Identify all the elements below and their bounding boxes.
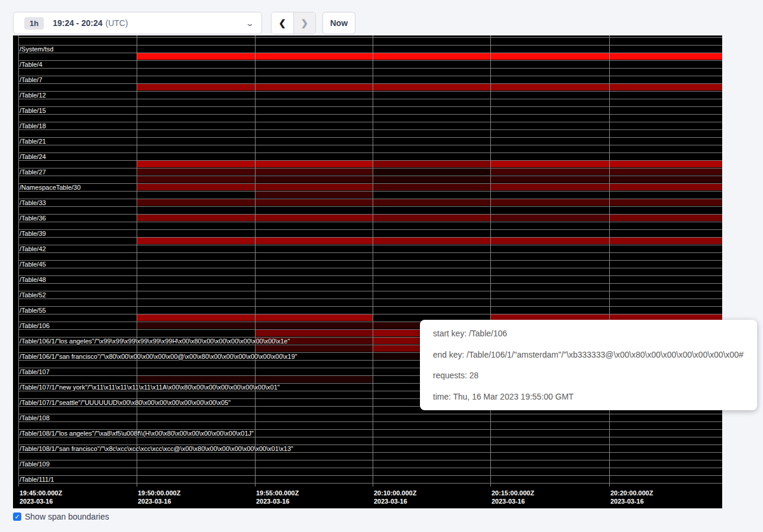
tooltip-start-key: start key: /Table/106 [433, 327, 744, 339]
heatmap-cell[interactable] [255, 168, 373, 175]
heatmap-cell[interactable] [373, 199, 490, 206]
heatmap-cell[interactable] [255, 376, 373, 382]
heatmap-cell[interactable] [373, 161, 490, 167]
heatmap-cell[interactable] [255, 322, 373, 329]
heatmap-cell[interactable] [490, 215, 609, 221]
span-label: /Table/52 [20, 291, 46, 299]
heatmap-cell[interactable] [255, 53, 373, 60]
heatmap-cell[interactable] [373, 168, 490, 175]
heatmap-cell[interactable] [609, 238, 722, 244]
heatmap-cell[interactable] [609, 84, 722, 90]
span-label: /Table/39 [20, 230, 46, 237]
span-label: /Table/33 [20, 199, 46, 206]
axis-tick-label: 19:45:00.000Z2023-03-16 [20, 489, 62, 505]
heatmap-cell[interactable] [255, 199, 373, 206]
span-label: /Table/108/1/"san francisco"/"\x8c\xcc\x… [20, 445, 293, 452]
axis-tick-label: 19:50:00.000Z2023-03-16 [138, 489, 180, 505]
heatmap-cell[interactable] [137, 84, 255, 90]
axis-tick-label: 20:10:00.000Z2023-03-16 [374, 489, 416, 505]
span-label: /System/tsd [20, 46, 53, 53]
span-label: /Table/48 [20, 276, 46, 283]
heatmap-cell[interactable] [137, 238, 255, 244]
heatmap-cell[interactable] [609, 168, 722, 175]
heatmap-cell[interactable] [255, 192, 373, 198]
span-label: /Table/42 [20, 245, 46, 252]
now-button[interactable]: Now [322, 12, 355, 34]
span-label: /Table/107/1/"seattle"/"UUUUUUD\x00\x80\… [20, 399, 231, 406]
heatmap-cell[interactable] [255, 184, 373, 190]
span-label: /Table/18 [20, 122, 46, 129]
span-label: /Table/7 [20, 76, 43, 83]
tooltip-requests: requests: 28 [433, 369, 744, 381]
heatmap-cell[interactable] [373, 84, 490, 90]
heatmap-cell[interactable] [137, 184, 255, 190]
heatmap-cell[interactable] [490, 84, 609, 90]
span-label: /Table/106/1/"los angeles"/"\x99\x99\x99… [20, 338, 290, 345]
heatmap-cell[interactable] [490, 238, 609, 244]
span-label: /Table/12 [20, 92, 46, 99]
heatmap-cell[interactable] [373, 215, 490, 221]
heatmap-cell[interactable] [255, 345, 373, 352]
heatmap-cell[interactable] [490, 168, 609, 175]
heatmap-cell[interactable] [373, 184, 490, 190]
heatmap-cell[interactable] [609, 53, 722, 60]
time-range-dropdown[interactable]: 1h 19:24 - 20:24 (UTC) ⌄ [13, 12, 262, 34]
axis-tick-label: 19:55:00.000Z2023-03-16 [256, 489, 299, 505]
heatmap-cell[interactable] [609, 161, 722, 167]
heatmap-cell[interactable] [137, 314, 255, 321]
heatmap-cell[interactable] [137, 376, 255, 382]
span-tooltip: start key: /Table/106 end key: /Table/10… [420, 320, 757, 410]
span-label: /Table/36 [20, 215, 46, 222]
heatmap-cell[interactable] [137, 161, 255, 167]
heatmap-cell[interactable] [255, 84, 373, 90]
heatmap-cell[interactable] [609, 184, 722, 190]
previous-range-button[interactable]: ❮ [271, 12, 294, 34]
heatmap-cell[interactable] [137, 199, 255, 206]
next-range-button-disabled[interactable]: ❯ [294, 12, 316, 34]
time-axis: 19:45:00.000Z2023-03-1619:50:00.000Z2023… [13, 486, 722, 508]
heatmap-cell[interactable] [490, 176, 609, 183]
time-gridline [373, 35, 373, 486]
show-span-boundaries-checkbox[interactable]: ✓ [13, 512, 21, 521]
heatmap-cell[interactable] [490, 199, 609, 206]
heatmap-cell[interactable] [137, 168, 255, 175]
heatmap-cell[interactable] [609, 215, 722, 221]
heatmap-cell[interactable] [255, 330, 373, 336]
heatmap-cell[interactable] [137, 176, 255, 183]
tooltip-time: time: Thu, 16 Mar 2023 19:55:00 GMT [433, 391, 744, 403]
toolbar: 1h 19:24 - 20:24 (UTC) ⌄ ❮ ❯ Now [0, 0, 763, 35]
time-gridline [609, 35, 610, 486]
span-label: /Table/111/1 [20, 476, 54, 483]
heatmap-cell[interactable] [609, 199, 722, 206]
heatmap-cell[interactable] [373, 238, 490, 244]
span-label: /Table/108 [20, 414, 50, 421]
time-gridline [18, 35, 19, 486]
heatmap-cell[interactable] [255, 238, 373, 244]
time-range-duration-badge: 1h [24, 17, 44, 30]
heatmap-cell[interactable] [373, 53, 490, 60]
heatmap-cell[interactable] [137, 215, 255, 221]
heatmap-cell[interactable] [255, 314, 373, 321]
heatmap-cell[interactable] [255, 176, 373, 183]
heatmap-cell[interactable] [255, 215, 373, 221]
heatmap-cell[interactable] [255, 161, 373, 167]
tooltip-end-key: end key: /Table/106/1/"amsterdam"/"\xb33… [433, 349, 744, 361]
span-boundary-lines [18, 37, 722, 484]
time-nav-button-group: ❮ ❯ [271, 12, 316, 34]
span-label: /Table/107/1/"new york"/"\x11\x11\x11\x1… [20, 384, 280, 391]
heatmap-cell[interactable] [609, 176, 722, 183]
heatmap-cell[interactable] [255, 338, 373, 344]
span-label: /Table/108/1/"los angeles"/"\xa8\xf5\u00… [20, 430, 254, 437]
time-gridline [490, 35, 491, 486]
heatmap-cell[interactable] [137, 53, 255, 60]
heatmap-cell[interactable] [490, 184, 609, 190]
heatmap-cell[interactable] [373, 176, 490, 183]
heatmap-cell[interactable] [490, 161, 609, 167]
key-visualizer-heatmap[interactable]: /System/tsd/Table/4/Table/7/Table/12/Tab… [13, 35, 722, 508]
span-label: /Table/109 [20, 460, 50, 468]
time-gridline [137, 35, 137, 486]
axis-tick-label: 20:20:00.000Z2023-03-16 [610, 489, 653, 505]
heatmap-cell[interactable] [137, 322, 255, 329]
footer-controls: ✓ Show span boundaries [13, 512, 109, 521]
heatmap-cell[interactable] [490, 53, 609, 60]
